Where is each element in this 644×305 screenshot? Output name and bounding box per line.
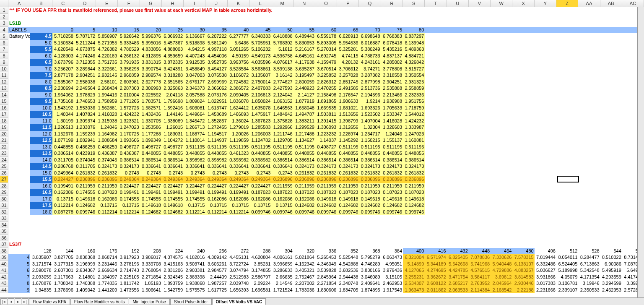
cell[interactable] <box>535 66 556 73</box>
data-cell[interactable]: 1.449664 <box>184 111 205 118</box>
cell[interactable] <box>8 98 30 105</box>
col-header-F[interactable]: F <box>118 0 140 7</box>
cell[interactable] <box>447 209 469 216</box>
data-cell[interactable]: 6.139948 <box>403 40 425 47</box>
data-cell[interactable]: 1.458689 <box>205 111 227 118</box>
cell[interactable] <box>8 111 30 118</box>
data-cell[interactable]: 2.249564 <box>74 85 96 92</box>
col-header-J[interactable]: J <box>205 0 227 7</box>
row-header[interactable]: 35 <box>0 228 8 235</box>
cell[interactable] <box>535 202 556 209</box>
data-cell[interactable]: 2.535888 <box>381 85 403 92</box>
data-cell[interactable]: 5.106232 <box>249 46 271 53</box>
cell[interactable] <box>96 7 118 14</box>
cell[interactable] <box>425 222 447 229</box>
cell[interactable] <box>512 111 534 118</box>
data-cell[interactable]: 0.211959 <box>381 183 403 190</box>
cell[interactable] <box>425 105 447 112</box>
data-cell[interactable]: 5.787172 <box>74 33 96 40</box>
cell[interactable] <box>600 215 622 222</box>
data-cell[interactable]: 4.692745 <box>315 53 337 60</box>
data-cell[interactable]: 0.199491 <box>162 189 184 196</box>
data-cell[interactable]: 1.834705 <box>337 287 359 294</box>
col-header-R[interactable]: R <box>381 0 403 7</box>
data-cell[interactable]: 4.076617 <box>271 59 293 66</box>
data-cell[interactable]: 0.386514 <box>293 157 315 164</box>
cell[interactable] <box>315 241 337 248</box>
cell[interactable] <box>293 215 315 222</box>
cell[interactable] <box>512 235 534 242</box>
data-cell[interactable]: 1.646563 <box>271 105 293 112</box>
data-cell[interactable]: 1.811742 <box>118 280 140 287</box>
cell[interactable] <box>535 111 556 118</box>
cell[interactable] <box>205 20 227 27</box>
voltage-label[interactable]: 9.5 <box>30 98 52 105</box>
data-cell[interactable]: 3.917923 <box>118 254 140 261</box>
data-cell[interactable]: 4.285002 <box>381 59 403 66</box>
col-header-K[interactable]: K <box>228 0 249 7</box>
cell[interactable] <box>30 215 52 222</box>
data-cell[interactable]: 0.386514 <box>315 157 337 164</box>
data-cell[interactable]: 3.195497 <box>293 72 315 79</box>
row-header[interactable]: 6 <box>0 40 8 47</box>
cell[interactable] <box>491 189 512 196</box>
data-cell[interactable]: 0.286768 <box>52 163 74 170</box>
kpa-header[interactable]: 512 <box>556 248 578 255</box>
data-cell[interactable]: 2.230694 <box>52 85 74 92</box>
cell[interactable] <box>8 66 30 73</box>
cell[interactable] <box>535 40 556 47</box>
map-header[interactable]: 20 <box>140 27 162 34</box>
data-cell[interactable]: 0.386514 <box>337 157 359 164</box>
col-header-P[interactable]: P <box>337 0 359 7</box>
data-cell[interactable]: 4.620804 <box>249 254 271 261</box>
data-cell[interactable]: 6.348333 <box>249 33 271 40</box>
data-cell[interactable]: 3.835907 <box>30 254 52 261</box>
cell[interactable] <box>381 14 403 21</box>
data-cell[interactable]: 2.634367 <box>74 267 96 274</box>
row-header[interactable]: 9 <box>0 59 8 66</box>
data-cell[interactable]: 1.523502 <box>359 111 381 118</box>
cell[interactable] <box>425 228 447 235</box>
data-cell[interactable]: 5.495919 <box>600 267 622 274</box>
data-cell[interactable]: 1.352857 <box>205 118 227 125</box>
cell[interactable] <box>30 14 52 21</box>
cell[interactable] <box>249 228 271 235</box>
cell[interactable] <box>556 33 578 40</box>
data-cell[interactable]: 3.278196 <box>118 261 140 268</box>
data-cell[interactable]: 3.494127 <box>205 66 227 73</box>
data-cell[interactable]: 2.66635 <box>271 274 293 281</box>
cell[interactable] <box>8 235 30 242</box>
cell[interactable] <box>469 111 491 118</box>
data-cell[interactable]: 0.112214 <box>52 202 74 209</box>
cell[interactable] <box>30 7 52 14</box>
data-cell[interactable]: 0.261832 <box>96 170 118 177</box>
data-cell[interactable]: 1.758959 <box>96 98 118 105</box>
data-cell[interactable]: 1.494787 <box>293 111 315 118</box>
cell[interactable] <box>556 14 578 21</box>
data-cell[interactable]: 5.1612 <box>271 46 293 53</box>
cell[interactable] <box>578 27 600 34</box>
cell[interactable] <box>556 196 578 203</box>
data-cell[interactable]: 1.424232 <box>403 118 425 125</box>
data-cell[interactable]: 2.752467 <box>293 274 315 281</box>
data-cell[interactable]: 1.705633 <box>381 105 403 112</box>
data-cell[interactable]: 0.336641 <box>205 163 227 170</box>
data-cell[interactable]: 1.771265 <box>118 98 140 105</box>
voltage-label[interactable]: 11.0 <box>30 118 52 125</box>
data-cell[interactable]: 0.211959 <box>359 183 381 190</box>
cell[interactable] <box>425 150 447 157</box>
row-header[interactable]: 29 <box>0 189 8 196</box>
data-cell[interactable]: 8.284477 <box>578 254 600 261</box>
data-cell[interactable]: 2.685217 <box>447 280 469 287</box>
row-header[interactable]: 30 <box>0 196 8 203</box>
data-cell[interactable]: 2.826312 <box>315 79 337 86</box>
cell[interactable] <box>315 228 337 235</box>
cell[interactable] <box>359 222 381 229</box>
data-cell[interactable]: 3.415163 <box>162 261 184 268</box>
data-cell[interactable]: 1.513656 <box>337 111 359 118</box>
kpa-header[interactable]: 448 <box>469 248 491 255</box>
cell[interactable] <box>469 7 491 14</box>
cell[interactable] <box>403 20 425 27</box>
data-cell[interactable]: 2.14127 <box>293 92 315 99</box>
cell[interactable] <box>491 124 512 131</box>
